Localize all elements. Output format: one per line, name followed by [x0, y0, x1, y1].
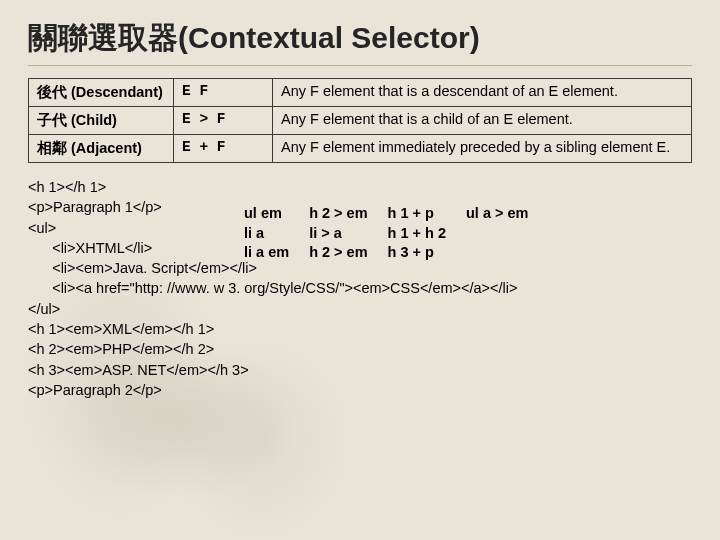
example-cell: li a [244, 224, 309, 244]
selector-desc: Any F element that is a descendant of an… [273, 79, 692, 107]
example-cell: ul a > em [466, 204, 548, 224]
selector-desc: Any F element that is a child of an E el… [273, 107, 692, 135]
selector-syntax: E F [174, 79, 273, 107]
selector-name: 相鄰 (Adjacent) [29, 135, 174, 163]
selector-table: 後代 (Descendant) E F Any F element that i… [28, 78, 692, 163]
table-row: 後代 (Descendant) E F Any F element that i… [29, 79, 692, 107]
example-cell: li a em [244, 243, 309, 263]
table-row: 相鄰 (Adjacent) E + F Any F element immedi… [29, 135, 692, 163]
title-divider [28, 65, 692, 66]
example-cell: ul em [244, 204, 309, 224]
selector-name: 子代 (Child) [29, 107, 174, 135]
selector-syntax: E > F [174, 107, 273, 135]
example-cell: h 2 > em [309, 243, 387, 263]
example-selectors: ul em h 2 > em h 1 + p ul a > em li a li… [244, 204, 548, 263]
example-cell: h 1 + p [388, 204, 466, 224]
selector-name: 後代 (Descendant) [29, 79, 174, 107]
page-title: 關聯選取器(Contextual Selector) [28, 18, 692, 59]
example-cell: h 3 + p [388, 243, 466, 263]
example-cell: h 1 + h 2 [388, 224, 466, 244]
selector-syntax: E + F [174, 135, 273, 163]
selector-desc: Any F element immediately preceded by a … [273, 135, 692, 163]
example-cell: li > a [309, 224, 387, 244]
example-cell: h 2 > em [309, 204, 387, 224]
table-row: 子代 (Child) E > F Any F element that is a… [29, 107, 692, 135]
